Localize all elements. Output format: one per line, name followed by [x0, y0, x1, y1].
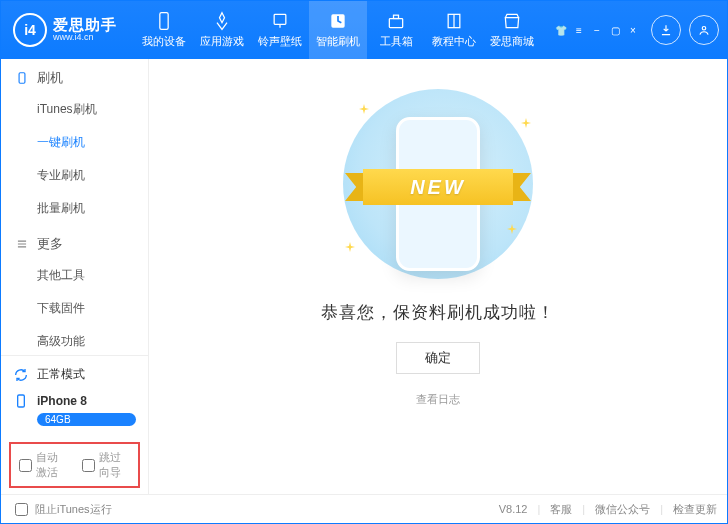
nav-ringtones[interactable]: 铃声壁纸: [251, 1, 309, 59]
book-icon: [444, 11, 464, 31]
device-icon: [13, 393, 29, 409]
storage-badge: 64GB: [37, 413, 136, 426]
nav-apps-games[interactable]: 应用游戏: [193, 1, 251, 59]
nav-label: 智能刷机: [316, 34, 360, 49]
ok-button[interactable]: 确定: [396, 342, 480, 374]
nav-toolbox[interactable]: 工具箱: [367, 1, 425, 59]
mode-label: 正常模式: [37, 366, 85, 383]
phone-icon: [154, 11, 174, 31]
sidebar-item-pro-flash[interactable]: 专业刷机: [1, 159, 148, 192]
account-button[interactable]: [689, 15, 719, 45]
nav-label: 应用游戏: [200, 34, 244, 49]
app-logo: i4 爱思助手 www.i4.cn: [13, 13, 117, 47]
svg-rect-7: [19, 73, 25, 84]
svg-rect-0: [160, 13, 168, 30]
group-label: 刷机: [37, 69, 63, 87]
nav-my-device[interactable]: 我的设备: [135, 1, 193, 59]
sparkle-icon: [507, 223, 517, 233]
version-label: V8.12: [499, 503, 528, 515]
sidebar-item-itunes-flash[interactable]: iTunes刷机: [1, 93, 148, 126]
menu-icon: [15, 237, 29, 251]
logo-badge: i4: [13, 13, 47, 47]
sparkle-icon: [359, 103, 369, 113]
sidebar-item-batch-flash[interactable]: 批量刷机: [1, 192, 148, 225]
svg-rect-8: [18, 395, 25, 407]
checkbox-auto-activate[interactable]: 自动激活: [19, 450, 68, 480]
device-name: iPhone 8: [37, 394, 87, 408]
refresh-icon: [13, 367, 29, 383]
nav-smart-flash[interactable]: 智能刷机: [309, 1, 367, 59]
success-illustration: NEW: [333, 89, 543, 279]
window-skin-icon[interactable]: 👕: [555, 24, 567, 36]
title-bar: i4 爱思助手 www.i4.cn 我的设备 应用游戏 铃声壁纸 智能刷机: [1, 1, 727, 59]
status-link-support[interactable]: 客服: [550, 502, 572, 517]
main-content: NEW 恭喜您，保资料刷机成功啦！ 确定 查看日志: [149, 59, 727, 494]
status-link-update[interactable]: 检查更新: [673, 502, 717, 517]
app-url: www.i4.cn: [53, 33, 117, 43]
status-link-wechat[interactable]: 微信公众号: [595, 502, 650, 517]
device-mode[interactable]: 正常模式: [13, 366, 136, 383]
download-button[interactable]: [651, 15, 681, 45]
window-minimize-icon[interactable]: −: [591, 24, 603, 36]
sidebar-item-advanced[interactable]: 高级功能: [1, 325, 148, 355]
sidebar-group-more: 更多: [1, 225, 148, 259]
nav-label: 铃声壁纸: [258, 34, 302, 49]
sparkle-icon: [345, 241, 355, 251]
shop-icon: [502, 11, 522, 31]
window-menu-icon[interactable]: ≡: [573, 24, 585, 36]
sidebar-group-flash: 刷机: [1, 59, 148, 93]
view-log-link[interactable]: 查看日志: [416, 392, 460, 407]
svg-rect-3: [389, 19, 402, 28]
success-message: 恭喜您，保资料刷机成功啦！: [321, 301, 555, 324]
sidebar-item-download-firmware[interactable]: 下载固件: [1, 292, 148, 325]
music-icon: [270, 11, 290, 31]
group-label: 更多: [37, 235, 63, 253]
svg-point-6: [702, 27, 706, 31]
nav-label: 我的设备: [142, 34, 186, 49]
nav-tutorials[interactable]: 教程中心: [425, 1, 483, 59]
checkbox-skip-guide[interactable]: 跳过向导: [82, 450, 131, 480]
nav-label: 爱思商城: [490, 34, 534, 49]
device-info[interactable]: iPhone 8 64GB: [13, 393, 136, 426]
window-close-icon[interactable]: ×: [627, 24, 639, 36]
app-name: 爱思助手: [53, 17, 117, 34]
phone-outline-icon: [15, 71, 29, 85]
nav-shop[interactable]: 爱思商城: [483, 1, 541, 59]
window-maximize-icon[interactable]: ▢: [609, 24, 621, 36]
sidebar-item-other-tools[interactable]: 其他工具: [1, 259, 148, 292]
toolbox-icon: [386, 11, 406, 31]
ribbon-text: NEW: [363, 169, 513, 205]
post-flash-options: 自动激活 跳过向导: [9, 442, 140, 488]
sidebar: 刷机 iTunes刷机 一键刷机 专业刷机 批量刷机 更多 其他工具 下载固件 …: [1, 59, 149, 494]
checkbox-block-itunes[interactable]: 阻止iTunes运行: [11, 500, 112, 519]
sidebar-item-oneclick-flash[interactable]: 一键刷机: [1, 126, 148, 159]
nav-label: 工具箱: [380, 34, 413, 49]
svg-rect-1: [274, 14, 286, 24]
apps-icon: [212, 11, 232, 31]
sparkle-icon: [521, 117, 531, 127]
flash-icon: [328, 11, 348, 31]
nav-label: 教程中心: [432, 34, 476, 49]
main-nav: 我的设备 应用游戏 铃声壁纸 智能刷机 工具箱 教程中心: [135, 1, 555, 59]
status-bar: 阻止iTunes运行 V8.12 | 客服 | 微信公众号 | 检查更新: [1, 494, 727, 523]
svg-rect-4: [394, 15, 399, 18]
